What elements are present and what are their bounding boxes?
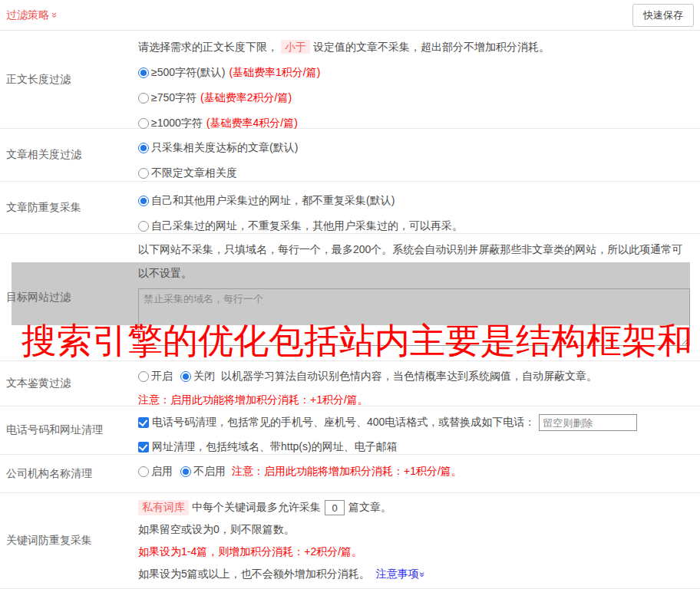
row-relevance-filter: 文章相关度过滤 只采集相关度达标的文章(默认) 不限定文章相关度 xyxy=(0,129,700,182)
red-annotation-text: 搜索引擎的优化包括站内主要是结构框架和 xyxy=(21,320,692,361)
cost-warning-note: 如果设为1-4篇，则增加积分消耗：+2积分/篇。 xyxy=(138,544,694,561)
row-content: 启用 不启用 注意：启用此功能将增加积分消耗：+1积分/篇。 xyxy=(138,455,700,492)
checkbox-label: 电话号码清理，包括常见的手机号、座机号、400电话格式，或替换成如下电话： xyxy=(152,416,535,429)
keyword-limit-suffix: 篇文章。 xyxy=(348,501,391,515)
intro-text-pre: 请选择需求的正文长度下限， xyxy=(138,41,278,53)
private-lexicon-badge: 私有词库 xyxy=(138,500,189,515)
radio-icon[interactable] xyxy=(138,196,149,206)
row-phone-url-clean: 电话号码和网址清理 电话号码清理，包括常见的手机号、座机号、400电话格式，或替… xyxy=(0,406,700,455)
radio-option-enable[interactable]: 开启 xyxy=(138,370,173,383)
row-label: 电话号码和网址清理 xyxy=(0,406,138,454)
radio-label: ≥750字符 xyxy=(151,91,196,105)
checkbox-label: 网址清理，包括纯域名、带http(s)的网址、电子邮箱 xyxy=(152,440,398,454)
hint-five-plus: 如果设为5篇或以上，也不会额外增加积分消耗。 注意事项 xyxy=(138,566,694,583)
radio-icon[interactable] xyxy=(180,466,191,477)
row-label: 文章防重复采集 xyxy=(0,182,138,233)
checkbox-icon[interactable] xyxy=(138,442,149,452)
row-content: 自己和其他用户采集过的网址，都不重复采集(默认) 自己采集过的网址，不重复采集，… xyxy=(138,182,700,233)
row-content: 请选择需求的正文长度下限，小于设定值的文章不采集，超出部分不增加积分消耗。 ≥5… xyxy=(138,31,700,128)
row-content: 私有词库 中每个关键词最多允许采集 篇文章。 如果留空或设为0，则不限篇数。 如… xyxy=(138,493,700,588)
porn-filter-description: 以机器学习算法自动识别色情内容，当色情概率达到系统阈值，自动屏蔽文章。 xyxy=(221,370,597,383)
radio-label: 启用 xyxy=(151,465,173,479)
row-company-name-clean: 公司机构名称清理 启用 不启用 注意：启用此功能将增加积分消耗：+1积分/篇。 xyxy=(0,455,700,493)
radio-label: 只采集相关度达标的文章(默认) xyxy=(151,141,298,155)
cost-warning-note: 注意：启用此功能将增加积分消耗：+1积分/篇。 xyxy=(138,393,694,407)
notice-link[interactable]: 注意事项 xyxy=(376,568,425,581)
radio-label: ≥1000字符 xyxy=(151,117,203,130)
page-title-label: 过滤策略 xyxy=(6,8,49,22)
hint-zero-unlimited: 如果留空或设为0，则不限篇数。 xyxy=(138,522,694,538)
radio-option-disable[interactable]: 不启用 xyxy=(180,465,226,479)
radio-option-dedup-all[interactable]: 自己和其他用户采集过的网址，都不重复采集(默认) xyxy=(138,188,694,213)
row-porn-text-filter: 文本鉴黄过滤 开启 关闭 以机器学习算法自动识别色情内容，当色情概率达到系统阈值… xyxy=(0,361,700,406)
row-dedup-collect: 文章防重复采集 自己和其他用户采集过的网址，都不重复采集(默认) 自己采集过的网… xyxy=(0,182,700,234)
radio-label: 关闭 xyxy=(193,370,215,383)
radio-label: 不启用 xyxy=(193,465,226,479)
row-label: 正文长度过滤 xyxy=(0,31,138,128)
row-label: 文本鉴黄过滤 xyxy=(0,361,138,406)
radio-icon[interactable] xyxy=(180,371,191,382)
target-site-intro: 以下网站不采集，只填域名，每行一个，最多200个。系统会自动识别并屏蔽那些非文章… xyxy=(138,234,690,285)
keyword-limit-text: 中每个关键词最多允许采集 xyxy=(192,501,321,515)
radio-label: 自己采集过的网址，不重复采集，其他用户采集过的，可以再采。 xyxy=(151,219,463,233)
radio-option-750[interactable]: ≥750字符 (基础费率2积分/篇) xyxy=(138,85,694,110)
chevron-down-icon xyxy=(50,12,60,18)
intro-text-post: 设定值的文章不采集，超出部分不增加积分消耗。 xyxy=(313,41,550,53)
max-articles-input[interactable] xyxy=(325,500,345,515)
fee-note: (基础费率4积分/篇) xyxy=(206,117,298,130)
radio-icon[interactable] xyxy=(138,93,149,104)
radio-option-500[interactable]: ≥500字符(默认) (基础费率1积分/篇) xyxy=(138,60,694,85)
checkbox-icon[interactable] xyxy=(138,417,149,428)
row-label: 公司机构名称清理 xyxy=(0,455,138,492)
radio-icon[interactable] xyxy=(138,118,149,129)
radio-label: 开启 xyxy=(151,370,173,383)
notice-link-label: 注意事项 xyxy=(376,568,419,581)
radio-icon[interactable] xyxy=(138,67,149,78)
fee-note: (基础费率2积分/篇) xyxy=(200,91,292,105)
row-content: 电话号码清理，包括常见的手机号、座机号、400电话格式，或替换成如下电话： 网址… xyxy=(138,406,700,454)
row-keyword-dedup: 关键词防重复采集 私有词库 中每个关键词最多允许采集 篇文章。 如果留空或设为0… xyxy=(0,493,700,589)
radio-option-relevant-only[interactable]: 只采集相关度达标的文章(默认) xyxy=(138,135,694,160)
fee-note: (基础费率1积分/篇) xyxy=(229,66,320,80)
radio-option-disable[interactable]: 关闭 xyxy=(180,370,215,383)
radio-option-enable[interactable]: 启用 xyxy=(138,465,173,479)
row-content: 开启 关闭 以机器学习算法自动识别色情内容，当色情概率达到系统阈值，自动屏蔽文章… xyxy=(138,361,700,406)
radio-icon[interactable] xyxy=(138,221,149,232)
page-title[interactable]: 过滤策略 xyxy=(6,8,58,22)
row-label: 文章相关度过滤 xyxy=(0,129,138,181)
radio-icon[interactable] xyxy=(138,466,149,477)
radio-label: 不限定文章相关度 xyxy=(151,166,237,180)
radio-label: ≥500字符(默认) xyxy=(151,66,225,80)
keyword-limit-line: 私有词库 中每个关键词最多允许采集 篇文章。 xyxy=(138,499,694,516)
hint-five-plus-text: 如果设为5篇或以上，也不会额外增加积分消耗。 xyxy=(138,568,370,581)
row-content: 只采集相关度达标的文章(默认) 不限定文章相关度 xyxy=(138,129,700,181)
replacement-phone-input[interactable] xyxy=(539,414,637,431)
filter-strategy-page: { "header": { "title": "过滤策略", "save_but… xyxy=(0,0,700,589)
length-filter-intro: 请选择需求的正文长度下限，小于设定值的文章不采集，超出部分不增加积分消耗。 xyxy=(138,31,694,55)
chevron-down-icon xyxy=(418,572,427,577)
radio-icon[interactable] xyxy=(138,168,149,179)
row-content-length-filter: 正文长度过滤 请选择需求的正文长度下限，小于设定值的文章不采集，超出部分不增加积… xyxy=(0,31,700,129)
row-label: 关键词防重复采集 xyxy=(0,493,138,588)
quick-save-button[interactable]: 快速保存 xyxy=(632,4,694,27)
checkbox-option-phone-clean[interactable]: 电话号码清理，包括常见的手机号、座机号、400电话格式，或替换成如下电话： xyxy=(138,413,694,433)
radio-label: 自己和其他用户采集过的网址，都不重复采集(默认) xyxy=(151,194,395,208)
radio-icon[interactable] xyxy=(138,143,149,153)
cost-warning-note: 注意：启用此功能将增加积分消耗：+1积分/篇。 xyxy=(232,465,462,479)
radio-icon[interactable] xyxy=(138,371,149,382)
less-than-badge: 小于 xyxy=(281,40,310,54)
top-bar: 过滤策略 快速保存 xyxy=(0,0,700,31)
